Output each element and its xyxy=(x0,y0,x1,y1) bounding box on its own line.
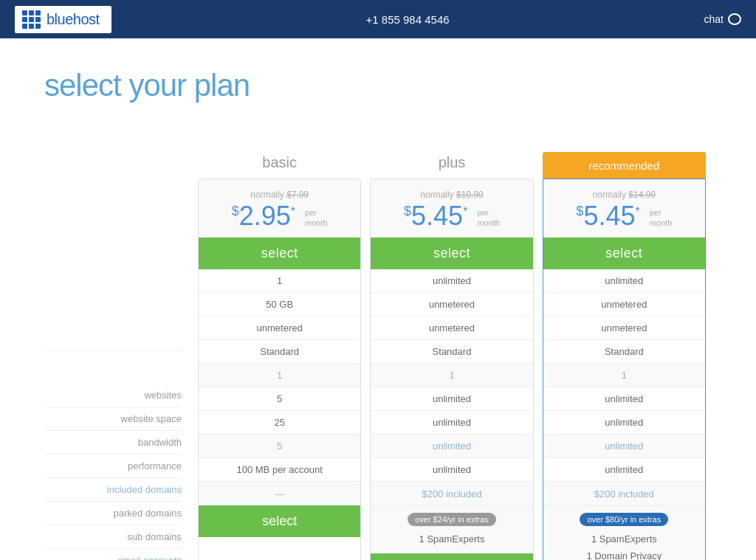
plus-price: $5.45* permonth xyxy=(379,203,523,229)
plan-plus: plus normally $10.99 $5.45* permonth sel… xyxy=(370,125,533,560)
label-included-domains: included domains xyxy=(46,478,182,502)
logo[interactable]: bluehost xyxy=(15,6,111,33)
chat-bubble-icon xyxy=(728,13,741,25)
plan-basic: basic normally $7.99 $2.95* permonth sel… xyxy=(198,125,361,560)
prime-included-domains: 1 xyxy=(543,364,705,387)
labels-column: websites website space bandwidth perform… xyxy=(46,125,193,560)
basic-space: 50 GB xyxy=(199,293,360,317)
basic-plan-name: basic xyxy=(198,152,361,179)
basic-select-bottom-button[interactable]: select xyxy=(199,505,360,537)
prime-per-month: permonth xyxy=(650,207,673,229)
pricing-section: websites website space bandwidth perform… xyxy=(0,118,756,560)
prime-email-storage: unlimited xyxy=(543,458,705,482)
label-parked-domains: parked domains xyxy=(46,502,182,525)
plus-email-storage: unlimited xyxy=(371,458,532,482)
basic-websites: 1 xyxy=(199,269,360,293)
plus-included-domains: 1 xyxy=(371,364,532,387)
plus-extras: over $24/yr in extras 1 SpamExperts xyxy=(371,505,532,553)
plus-extras-badge: over $24/yr in extras xyxy=(408,513,496,526)
page-title-section: select your plan xyxy=(0,38,756,118)
prime-sub-domains: unlimited xyxy=(543,411,705,435)
prime-extras-badge: over $80/yr in extras xyxy=(580,513,668,526)
basic-email-storage: 100 MB per account xyxy=(199,458,360,482)
logo-text: bluehost xyxy=(47,11,100,28)
plus-spamexperts: 1 SpamExperts xyxy=(378,530,525,547)
prime-features: unlimited unmetered unmetered Standard 1… xyxy=(543,269,705,505)
plan-prime: recommended normally $14.99 $5.45* permo… xyxy=(543,125,706,560)
plus-pricing: normally $10.99 $5.45* permonth xyxy=(371,179,532,238)
basic-marketing: — xyxy=(199,482,360,505)
plus-websites: unlimited xyxy=(371,269,532,293)
label-sub-domains: sub domains xyxy=(46,525,182,549)
basic-included-domains: 1 xyxy=(199,364,360,387)
prime-domain-privacy: 1 Domain Privacy xyxy=(551,547,698,560)
prime-price: $5.45* permonth xyxy=(552,203,696,229)
plus-select-bottom-button[interactable]: select xyxy=(371,553,532,560)
plus-performance: Standard xyxy=(371,340,532,364)
chat-button[interactable]: chat xyxy=(704,13,741,25)
prime-select-top-button[interactable]: select xyxy=(543,238,705,269)
plus-features: unlimited unmetered unmetered Standard 1… xyxy=(371,269,532,505)
prime-recommended-badge: recommended xyxy=(543,152,706,179)
plus-email-accounts: unlimited xyxy=(371,435,532,458)
basic-email-accounts: 5 xyxy=(199,435,360,458)
basic-normal-price: normally $7.99 xyxy=(207,190,351,200)
pricing-table: websites website space bandwidth perform… xyxy=(46,125,710,560)
prime-extras: over $80/yr in extras 1 SpamExperts 1 Do… xyxy=(543,505,705,560)
basic-header-area xyxy=(198,125,361,152)
prime-performance: Standard xyxy=(543,340,705,364)
plus-parked-domains: unlimited xyxy=(371,387,532,411)
label-email-accounts: email accounts xyxy=(46,549,182,560)
prime-marketing: $200 included xyxy=(543,482,705,505)
basic-select-top-button[interactable]: select xyxy=(199,238,360,269)
plus-space: unmetered xyxy=(371,293,532,317)
prime-header-area xyxy=(543,125,706,152)
plus-sub-domains: unlimited xyxy=(371,411,532,435)
label-bandwidth: bandwidth xyxy=(46,431,182,454)
basic-pricing: normally $7.99 $2.95* permonth xyxy=(199,179,360,238)
label-websites: websites xyxy=(46,384,182,407)
plus-plan-name: plus xyxy=(370,152,533,179)
basic-features: 1 50 GB unmetered Standard 1 5 25 5 100 … xyxy=(199,269,360,505)
basic-plan-card: normally $7.99 $2.95* permonth select 1 … xyxy=(198,179,361,560)
plus-normal-price: normally $10.99 xyxy=(379,190,523,200)
prime-bandwidth: unmetered xyxy=(543,317,705,340)
basic-bandwidth: unmetered xyxy=(199,317,360,340)
plus-bandwidth: unmetered xyxy=(371,317,532,340)
prime-websites: unlimited xyxy=(543,269,705,293)
plus-marketing: $200 included xyxy=(371,482,532,505)
prime-space: unmetered xyxy=(543,293,705,317)
phone-number: +1 855 984 4546 xyxy=(366,13,450,26)
plus-select-top-button[interactable]: select xyxy=(371,238,532,269)
chat-label: chat xyxy=(704,13,724,25)
plus-header-area xyxy=(370,125,533,152)
basic-price: $2.95* permonth xyxy=(207,203,351,229)
basic-per-month: permonth xyxy=(305,207,328,229)
prime-pricing: normally $14.99 $5.45* permonth xyxy=(543,179,705,238)
page-title: select your plan xyxy=(44,68,712,103)
prime-email-accounts: unlimited xyxy=(543,435,705,458)
basic-performance: Standard xyxy=(199,340,360,364)
prime-normal-price: normally $14.99 xyxy=(552,190,696,200)
plus-plan-card: normally $10.99 $5.45* permonth select u… xyxy=(370,179,533,560)
header: bluehost +1 855 984 4546 chat xyxy=(0,0,756,38)
plus-per-month: permonth xyxy=(477,207,500,229)
basic-sub-domains: 25 xyxy=(199,411,360,435)
prime-plan-card: normally $14.99 $5.45* permonth select u… xyxy=(543,179,706,560)
label-website-space: website space xyxy=(46,407,182,431)
logo-grid-icon xyxy=(22,10,41,29)
prime-parked-domains: unlimited xyxy=(543,387,705,411)
basic-parked-domains: 5 xyxy=(199,387,360,411)
label-performance: performance xyxy=(46,454,182,478)
prime-spamexperts: 1 SpamExperts xyxy=(551,530,698,547)
